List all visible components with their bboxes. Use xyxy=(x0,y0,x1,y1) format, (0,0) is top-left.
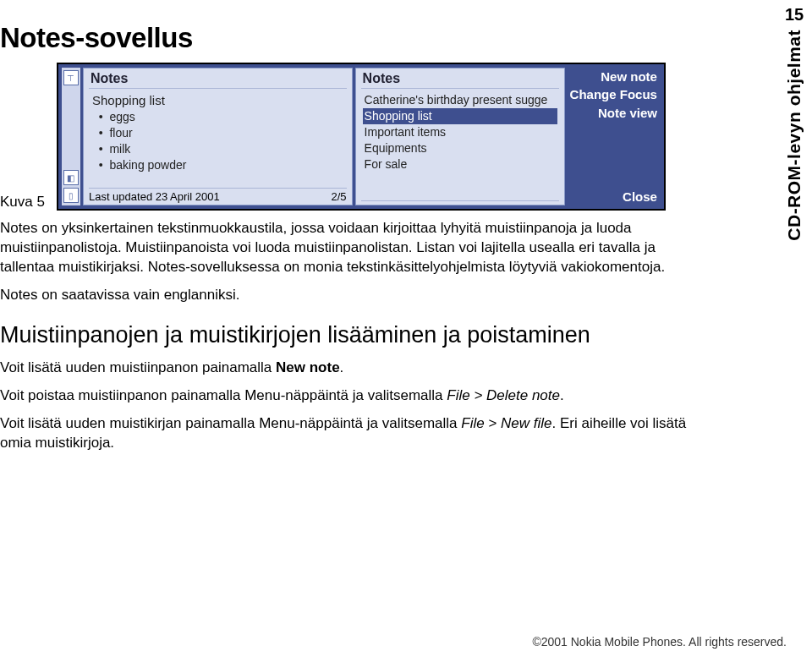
paragraph: Notes on yksinkertainen tekstinmuokkaust… xyxy=(0,219,694,277)
side-label: CD-ROM-levyn ohjelmat xyxy=(784,30,804,241)
icon-bar: ⊤ ◧ ▯ xyxy=(62,68,80,205)
notes-list-body: Catherine's birthday present sugge Shopp… xyxy=(361,90,559,200)
list-item: • eggs xyxy=(91,109,345,125)
notes-list-pane: Notes Catherine's birthday present sugge… xyxy=(355,68,565,205)
page-number: 15 xyxy=(783,5,805,25)
close-button[interactable]: Close xyxy=(569,189,659,204)
list-item: • milk xyxy=(91,141,345,157)
page-indicator: 2/5 xyxy=(332,190,347,203)
list-item: • baking powder xyxy=(91,157,345,173)
page-title: Notes-sovellus xyxy=(0,22,787,54)
section-heading: Muistiinpanojen ja muistikirjojen lisääm… xyxy=(0,322,787,348)
figure-label: Kuva 5 xyxy=(0,194,45,211)
device-screenshot: ⊤ ◧ ▯ Notes Shopping list • eggs • flour… xyxy=(57,63,666,211)
notes-list-title: Notes xyxy=(361,70,559,89)
list-item[interactable]: Catherine's birthday present sugge xyxy=(363,92,557,108)
note-footer: Last updated 23 April 2001 2/5 xyxy=(89,188,347,203)
change-focus-button[interactable]: Change Focus xyxy=(569,87,659,101)
list-item-selected[interactable]: Shopping list xyxy=(363,108,557,124)
softkey-menu: New note Change Focus Note view Close xyxy=(568,68,661,205)
paragraph: Voit lisätä uuden muistikirjan painamall… xyxy=(0,414,694,453)
new-note-button[interactable]: New note xyxy=(569,69,659,84)
note-pane-title: Notes xyxy=(89,70,347,89)
list-item: • flour xyxy=(91,125,345,141)
note-body: Shopping list • eggs • flour • milk • ba… xyxy=(89,90,347,188)
list-item[interactable]: For sale xyxy=(363,156,557,172)
inbox-icon: ◧ xyxy=(63,170,79,185)
note-subtitle: Shopping list xyxy=(91,92,345,109)
list-item[interactable]: Equipments xyxy=(363,140,557,156)
note-editor-pane: Notes Shopping list • eggs • flour • mil… xyxy=(83,68,353,205)
paragraph: Voit poistaa muistiinpanon painamalla Me… xyxy=(0,386,694,406)
paragraph: Notes on saatavissa vain englanniksi. xyxy=(0,286,694,305)
paragraph: Voit lisätä uuden muistiinpanon painamal… xyxy=(0,359,694,378)
antenna-icon: ⊤ xyxy=(63,70,79,85)
last-updated: Last updated 23 April 2001 xyxy=(89,190,220,203)
note-view-button[interactable]: Note view xyxy=(569,106,659,120)
battery-icon: ▯ xyxy=(63,188,79,203)
copyright-footer: ©2001 Nokia Mobile Phones. All rights re… xyxy=(532,635,787,649)
list-item[interactable]: Important items xyxy=(363,124,557,140)
